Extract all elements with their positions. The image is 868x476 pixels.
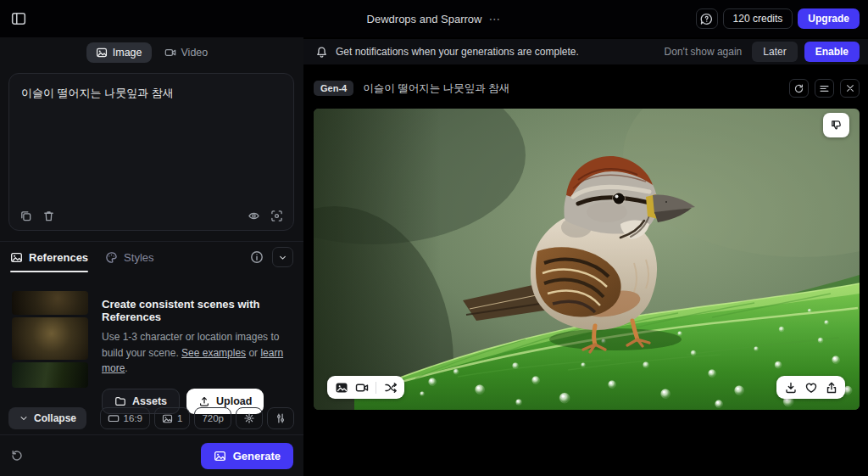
info-icon[interactable]	[250, 250, 264, 264]
shuffle-variations-icon[interactable]	[381, 378, 400, 397]
references-description: Use 1-3 character or location images to …	[102, 329, 293, 377]
generation-header: Gen-4 이슬이 떨어지는 나뭇잎과 참새	[314, 76, 860, 100]
image-icon	[96, 47, 108, 59]
generation-list-icon[interactable]	[815, 79, 834, 98]
references-heading: Create consistent scenes with References	[102, 298, 293, 323]
aspect-ratio-icon	[108, 412, 120, 424]
delete-prompt-icon[interactable]	[42, 210, 55, 222]
credits-button[interactable]: 120 credits	[723, 8, 793, 29]
prompt-visibility-icon[interactable]	[248, 210, 260, 222]
help-chat-icon[interactable]	[696, 8, 718, 29]
generation-prompt-text: 이슬이 떨어지는 나뭇잎과 참새	[363, 81, 509, 96]
prompt-enhance-scan-icon[interactable]	[270, 210, 283, 222]
image-icon	[162, 413, 173, 424]
app-window: Dewdrops and Sparrow ⋯ 120 credits Upgra…	[0, 0, 868, 476]
generation-canvas: Get notifications when your generations …	[303, 37, 868, 476]
tab-video[interactable]: Video	[155, 42, 218, 63]
bell-icon	[315, 46, 328, 59]
palette-icon	[105, 251, 118, 264]
reference-example-thumbnails	[12, 291, 88, 414]
share-export-icon[interactable]	[821, 378, 841, 397]
collapse-button[interactable]: Collapse	[8, 407, 86, 429]
see-examples-link[interactable]: See examples	[181, 347, 246, 359]
project-title: Dewdrops and Sparrow	[367, 13, 482, 25]
tab-image[interactable]: Image	[86, 42, 152, 63]
notification-banner: Get notifications when your generations …	[303, 39, 868, 64]
tab-references[interactable]: References	[10, 242, 88, 272]
generate-bar: Generate	[0, 434, 303, 476]
topbar: Dewdrops and Sparrow ⋯ 120 credits Upgra…	[0, 0, 868, 37]
generate-button[interactable]: Generate	[201, 443, 293, 469]
enable-button[interactable]: Enable	[804, 42, 860, 62]
aspect-ratio-chip[interactable]: 16:9	[100, 407, 150, 429]
tab-styles[interactable]: Styles	[105, 242, 153, 272]
reference-thumbnail	[12, 291, 88, 315]
collapse-references-chevron-icon[interactable]	[272, 247, 293, 267]
upgrade-button[interactable]: Upgrade	[798, 8, 860, 29]
references-icon	[10, 251, 23, 264]
project-menu-dots[interactable]: ⋯	[488, 12, 501, 25]
use-as-reference-image-icon[interactable]	[331, 378, 351, 397]
later-button[interactable]: Later	[752, 42, 797, 62]
image-count-chip[interactable]: 1	[154, 407, 190, 429]
sliders-icon	[275, 412, 287, 424]
rerun-generation-icon[interactable]	[789, 79, 809, 98]
reference-thumbnail	[12, 362, 88, 388]
mode-tabs: Image Video	[0, 37, 303, 68]
generated-image[interactable]	[314, 109, 860, 410]
composer-settings-row: Collapse 16:9 1 720p	[8, 402, 294, 434]
pill-divider	[376, 382, 376, 394]
favorite-heart-icon[interactable]	[801, 378, 821, 397]
composer-panel: Image Video 이슬이 떨어지는 나뭇잎과 참새	[0, 37, 303, 476]
reference-thumbnail	[12, 317, 88, 360]
model-flower-icon	[243, 412, 255, 424]
generated-image-scene	[314, 109, 860, 410]
resolution-chip[interactable]: 720p	[194, 407, 231, 429]
sidebar-toggle-icon[interactable]	[10, 11, 27, 26]
copy-prompt-icon[interactable]	[19, 210, 32, 222]
history-undo-icon[interactable]	[10, 449, 24, 462]
image-save-pill	[776, 376, 845, 399]
animate-video-icon[interactable]	[352, 378, 371, 397]
download-icon[interactable]	[781, 378, 800, 397]
generate-image-icon	[214, 450, 226, 462]
thumbs-down-button[interactable]	[823, 113, 849, 137]
close-icon[interactable]	[840, 79, 860, 98]
image-actions-pill	[327, 376, 404, 399]
prompt-input[interactable]: 이슬이 떨어지는 나뭇잎과 참새	[9, 74, 293, 176]
dont-show-again-link[interactable]: Don't show again	[665, 46, 743, 58]
model-badge: Gen-4	[314, 81, 353, 96]
video-camera-icon	[164, 47, 176, 59]
model-picker-chip[interactable]	[236, 407, 263, 429]
notification-message: Get notifications when your generations …	[336, 46, 579, 58]
advanced-settings-chip[interactable]	[267, 407, 294, 429]
chevron-down-icon	[19, 413, 29, 423]
prompt-card: 이슬이 떨어지는 나뭇잎과 참새	[8, 73, 294, 231]
